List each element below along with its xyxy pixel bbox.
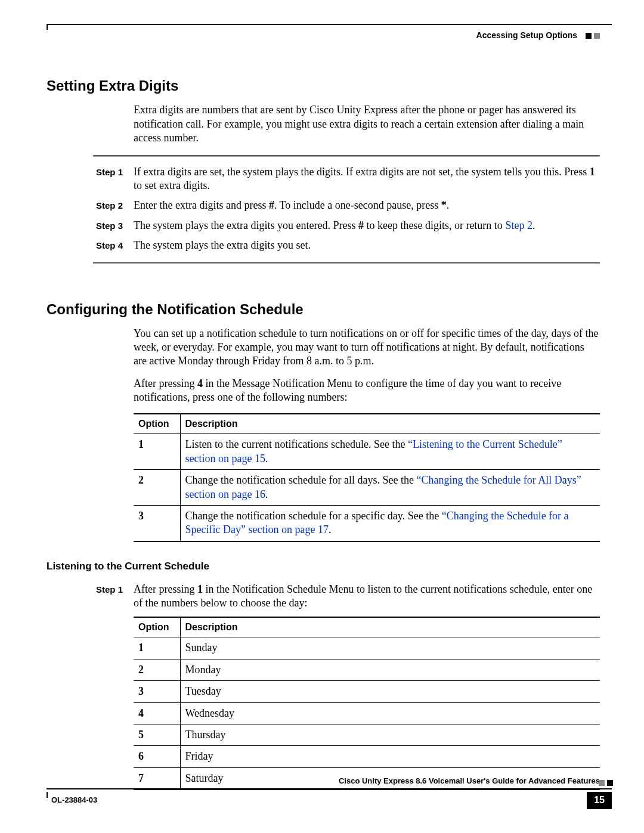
- option-cell: 5: [134, 724, 180, 746]
- day-cell: Sunday: [180, 637, 600, 659]
- option-cell: 3: [134, 681, 180, 702]
- step-body: The system plays the extra digits you en…: [134, 219, 612, 233]
- step-label: Step 1: [47, 583, 134, 611]
- paragraph: You can set up a notification schedule t…: [134, 327, 600, 368]
- day-cell: Monday: [180, 659, 600, 680]
- heading-configuring-notification-schedule: Configuring the Notification Schedule: [47, 300, 612, 318]
- step-row: Step 3 The system plays the extra digits…: [47, 219, 612, 233]
- step-label: Step 2: [47, 199, 134, 212]
- step-body: After pressing 1 in the Notification Sch…: [134, 583, 612, 611]
- option-cell: 1: [134, 434, 180, 470]
- footer-doc-title: Cisco Unity Express 8.6 Voicemail User's…: [47, 776, 612, 789]
- step-row: Step 4 The system plays the extra digits…: [47, 239, 612, 252]
- col-header-description: Description: [180, 617, 600, 637]
- step-row: Step 1 After pressing 1 in the Notificat…: [47, 583, 612, 611]
- table-row: 1 Sunday: [134, 637, 600, 659]
- description-cell: Change the notification schedule for a s…: [180, 506, 600, 541]
- rule: [93, 262, 600, 264]
- footer-doc-id: OL-23884-03: [47, 795, 97, 806]
- day-cell: Tuesday: [180, 681, 600, 702]
- step-body: If extra digits are set, the system play…: [134, 165, 612, 193]
- table-row: 2 Change the notification schedule for a…: [134, 470, 600, 506]
- description-cell: Listen to the current notifications sche…: [180, 434, 600, 470]
- step-row: Step 1 If extra digits are set, the syst…: [47, 165, 612, 193]
- paragraph: After pressing 4 in the Message Notifica…: [134, 377, 600, 405]
- table-row: 4 Wednesday: [134, 702, 600, 724]
- table-row: 3 Tuesday: [134, 681, 600, 702]
- table-row: 1 Listen to the current notifications sc…: [134, 434, 600, 470]
- table-row: 2 Monday: [134, 659, 600, 680]
- col-header-option: Option: [134, 414, 180, 434]
- option-cell: 4: [134, 702, 180, 724]
- options-table: Option Description 1 Listen to the curre…: [134, 413, 600, 542]
- day-cell: Friday: [180, 746, 600, 767]
- days-table: Option Description 1 Sunday2 Monday3 Tue…: [134, 617, 600, 791]
- option-cell: 2: [134, 470, 180, 506]
- step-label: Step 3: [47, 219, 134, 233]
- step-body: Enter the extra digits and press #. To i…: [134, 199, 612, 212]
- option-cell: 3: [134, 506, 180, 541]
- option-cell: 2: [134, 659, 180, 680]
- table-row: 3 Change the notification schedule for a…: [134, 506, 600, 541]
- col-header-description: Description: [180, 414, 600, 434]
- description-cell: Change the notification schedule for all…: [180, 470, 600, 506]
- heading-setting-extra-digits: Setting Extra Digits: [47, 76, 612, 95]
- heading-listening-current-schedule: Listening to the Current Schedule: [47, 560, 612, 573]
- step-label: Step 1: [47, 165, 134, 193]
- step-label: Step 4: [47, 239, 134, 252]
- step-body: The system plays the extra digits you se…: [134, 239, 612, 252]
- day-cell: Thursday: [180, 724, 600, 746]
- option-cell: 1: [134, 637, 180, 659]
- table-row: 5 Thursday: [134, 724, 600, 746]
- header-breadcrumb: Accessing Setup Options: [47, 30, 612, 41]
- option-cell: 6: [134, 746, 180, 767]
- rule: [93, 155, 600, 157]
- step-row: Step 2 Enter the extra digits and press …: [47, 199, 612, 212]
- page-number: 15: [587, 792, 612, 809]
- table-row: 6 Friday: [134, 746, 600, 767]
- col-header-option: Option: [134, 617, 180, 637]
- day-cell: Wednesday: [180, 702, 600, 724]
- intro-paragraph: Extra digits are numbers that are sent b…: [134, 103, 600, 145]
